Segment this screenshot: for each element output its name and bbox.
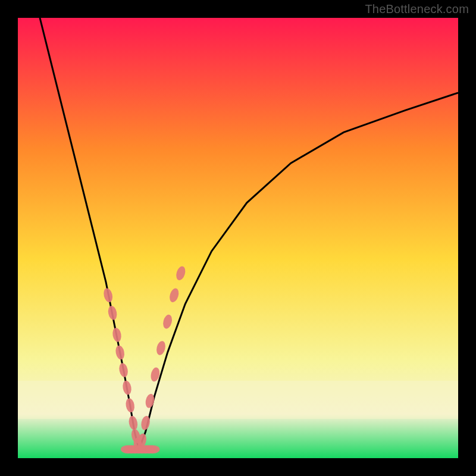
- watermark-text: TheBottleneck.com: [365, 2, 469, 16]
- bottleneck-chart: [0, 0, 476, 476]
- marker-cluster-bottom: [121, 445, 159, 453]
- data-marker: [145, 445, 159, 453]
- highlight-band: [18, 381, 458, 419]
- chart-frame: TheBottleneck.com: [0, 0, 476, 476]
